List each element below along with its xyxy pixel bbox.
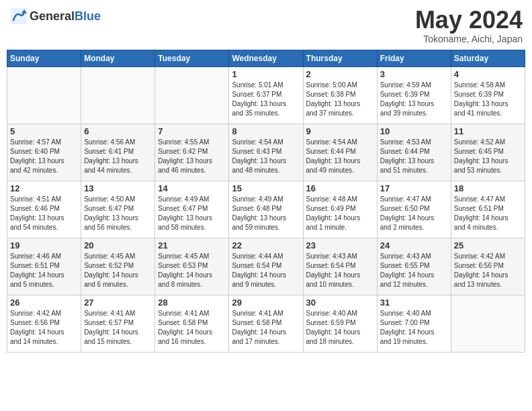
weekday-header-tuesday: Tuesday: [155, 50, 229, 66]
day-info: Sunrise: 5:00 AMSunset: 6:38 PMDaylight:…: [306, 81, 374, 118]
calendar-cell: 22Sunrise: 4:44 AMSunset: 6:54 PMDayligh…: [229, 238, 303, 295]
day-info: Sunrise: 4:42 AMSunset: 6:56 PMDaylight:…: [454, 252, 522, 289]
weekday-header-wednesday: Wednesday: [229, 50, 303, 66]
day-number: 14: [158, 183, 226, 193]
day-info: Sunrise: 4:49 AMSunset: 6:47 PMDaylight:…: [158, 195, 226, 232]
day-info: Sunrise: 4:56 AMSunset: 6:41 PMDaylight:…: [84, 138, 152, 175]
day-number: 4: [454, 69, 522, 79]
day-number: 16: [306, 183, 374, 193]
day-number: 13: [84, 183, 152, 193]
day-number: 25: [454, 240, 522, 250]
day-info: Sunrise: 4:41 AMSunset: 6:58 PMDaylight:…: [232, 309, 300, 347]
day-number: 20: [84, 240, 152, 250]
day-info: Sunrise: 4:43 AMSunset: 6:54 PMDaylight:…: [306, 252, 374, 289]
calendar-cell: 12Sunrise: 4:51 AMSunset: 6:46 PMDayligh…: [7, 181, 81, 238]
calendar-cell: 16Sunrise: 4:48 AMSunset: 6:49 PMDayligh…: [303, 181, 377, 238]
logo: GeneralBlue: [9, 7, 101, 26]
day-number: 5: [10, 126, 78, 136]
day-info: Sunrise: 4:52 AMSunset: 6:45 PMDaylight:…: [454, 138, 522, 175]
day-info: Sunrise: 4:51 AMSunset: 6:46 PMDaylight:…: [10, 195, 78, 232]
day-number: 18: [454, 183, 522, 193]
calendar-cell: 15Sunrise: 4:49 AMSunset: 6:48 PMDayligh…: [229, 181, 303, 238]
calendar-cell: [7, 66, 81, 124]
day-number: 24: [380, 240, 448, 250]
day-info: Sunrise: 4:48 AMSunset: 6:49 PMDaylight:…: [306, 195, 374, 232]
day-number: 29: [232, 298, 300, 308]
day-number: 27: [84, 298, 152, 308]
calendar-cell: 1Sunrise: 5:01 AMSunset: 6:37 PMDaylight…: [229, 66, 303, 124]
day-info: Sunrise: 4:55 AMSunset: 6:42 PMDaylight:…: [158, 138, 226, 175]
weekday-header-row: SundayMondayTuesdayWednesdayThursdayFrid…: [7, 50, 525, 66]
calendar-cell: 20Sunrise: 4:45 AMSunset: 6:52 PMDayligh…: [81, 238, 155, 295]
weekday-header-friday: Friday: [377, 50, 451, 66]
weekday-header-sunday: Sunday: [7, 50, 81, 66]
calendar-cell: 24Sunrise: 4:43 AMSunset: 6:55 PMDayligh…: [377, 238, 451, 295]
weekday-header-saturday: Saturday: [451, 50, 525, 66]
day-number: 15: [232, 183, 300, 193]
calendar-cell: 4Sunrise: 4:58 AMSunset: 6:39 PMDaylight…: [451, 66, 525, 124]
page-header: GeneralBlue May 2024 Tokoname, Aichi, Ja…: [7, 7, 525, 44]
day-info: Sunrise: 4:41 AMSunset: 6:58 PMDaylight:…: [158, 309, 226, 347]
calendar-cell: 3Sunrise: 4:59 AMSunset: 6:39 PMDaylight…: [377, 66, 451, 124]
day-number: 11: [454, 126, 522, 136]
calendar-cell: [155, 66, 229, 124]
calendar-cell: 13Sunrise: 4:50 AMSunset: 6:47 PMDayligh…: [81, 181, 155, 238]
day-number: 12: [10, 183, 78, 193]
calendar-cell: 19Sunrise: 4:46 AMSunset: 6:51 PMDayligh…: [7, 238, 81, 295]
calendar-cell: 8Sunrise: 4:54 AMSunset: 6:43 PMDaylight…: [229, 124, 303, 181]
day-number: 17: [380, 183, 448, 193]
day-info: Sunrise: 5:01 AMSunset: 6:37 PMDaylight:…: [232, 81, 300, 118]
calendar-cell: 11Sunrise: 4:52 AMSunset: 6:45 PMDayligh…: [451, 124, 525, 181]
day-info: Sunrise: 4:40 AMSunset: 6:59 PMDaylight:…: [306, 309, 374, 347]
calendar-cell: 5Sunrise: 4:57 AMSunset: 6:40 PMDaylight…: [7, 124, 81, 181]
day-number: 3: [380, 69, 448, 79]
logo-text-general: General: [30, 9, 75, 23]
day-number: 10: [380, 126, 448, 136]
day-number: 30: [306, 298, 374, 308]
calendar-cell: 7Sunrise: 4:55 AMSunset: 6:42 PMDaylight…: [155, 124, 229, 181]
day-info: Sunrise: 4:40 AMSunset: 7:00 PMDaylight:…: [380, 309, 448, 347]
day-info: Sunrise: 4:46 AMSunset: 6:51 PMDaylight:…: [10, 252, 78, 289]
calendar-cell: 30Sunrise: 4:40 AMSunset: 6:59 PMDayligh…: [303, 295, 377, 352]
day-info: Sunrise: 4:53 AMSunset: 6:44 PMDaylight:…: [380, 138, 448, 175]
day-number: 19: [10, 240, 78, 250]
day-number: 2: [306, 69, 374, 79]
day-info: Sunrise: 4:47 AMSunset: 6:51 PMDaylight:…: [454, 195, 522, 232]
day-number: 31: [380, 298, 448, 308]
day-number: 9: [306, 126, 374, 136]
logo-text-blue: Blue: [75, 9, 101, 23]
calendar-cell: 14Sunrise: 4:49 AMSunset: 6:47 PMDayligh…: [155, 181, 229, 238]
calendar-cell: 21Sunrise: 4:45 AMSunset: 6:53 PMDayligh…: [155, 238, 229, 295]
day-number: 1: [232, 69, 300, 79]
day-number: 8: [232, 126, 300, 136]
day-info: Sunrise: 4:54 AMSunset: 6:44 PMDaylight:…: [306, 138, 374, 175]
calendar-cell: [81, 66, 155, 124]
calendar-cell: 26Sunrise: 4:42 AMSunset: 6:56 PMDayligh…: [7, 295, 81, 352]
weekday-header-monday: Monday: [81, 50, 155, 66]
day-number: 26: [10, 298, 78, 308]
day-info: Sunrise: 4:47 AMSunset: 6:50 PMDaylight:…: [380, 195, 448, 232]
logo-icon: [9, 7, 28, 26]
calendar-week-4: 19Sunrise: 4:46 AMSunset: 6:51 PMDayligh…: [7, 238, 525, 295]
calendar-week-2: 5Sunrise: 4:57 AMSunset: 6:40 PMDaylight…: [7, 124, 525, 181]
weekday-header-thursday: Thursday: [303, 50, 377, 66]
calendar-week-5: 26Sunrise: 4:42 AMSunset: 6:56 PMDayligh…: [7, 295, 525, 352]
month-title: May 2024: [415, 7, 523, 34]
day-info: Sunrise: 4:45 AMSunset: 6:53 PMDaylight:…: [158, 252, 226, 289]
calendar-cell: 6Sunrise: 4:56 AMSunset: 6:41 PMDaylight…: [81, 124, 155, 181]
calendar-week-1: 1Sunrise: 5:01 AMSunset: 6:37 PMDaylight…: [7, 66, 525, 124]
day-info: Sunrise: 4:45 AMSunset: 6:52 PMDaylight:…: [84, 252, 152, 289]
day-number: 22: [232, 240, 300, 250]
day-info: Sunrise: 4:41 AMSunset: 6:57 PMDaylight:…: [84, 309, 152, 347]
day-info: Sunrise: 4:49 AMSunset: 6:48 PMDaylight:…: [232, 195, 300, 232]
calendar-cell: 25Sunrise: 4:42 AMSunset: 6:56 PMDayligh…: [451, 238, 525, 295]
calendar-cell: 31Sunrise: 4:40 AMSunset: 7:00 PMDayligh…: [377, 295, 451, 352]
day-number: 28: [158, 298, 226, 308]
calendar-week-3: 12Sunrise: 4:51 AMSunset: 6:46 PMDayligh…: [7, 181, 525, 238]
day-number: 7: [158, 126, 226, 136]
calendar-cell: 28Sunrise: 4:41 AMSunset: 6:58 PMDayligh…: [155, 295, 229, 352]
day-number: 21: [158, 240, 226, 250]
calendar-cell: 10Sunrise: 4:53 AMSunset: 6:44 PMDayligh…: [377, 124, 451, 181]
calendar-cell: 29Sunrise: 4:41 AMSunset: 6:58 PMDayligh…: [229, 295, 303, 352]
title-block: May 2024 Tokoname, Aichi, Japan: [415, 7, 523, 44]
